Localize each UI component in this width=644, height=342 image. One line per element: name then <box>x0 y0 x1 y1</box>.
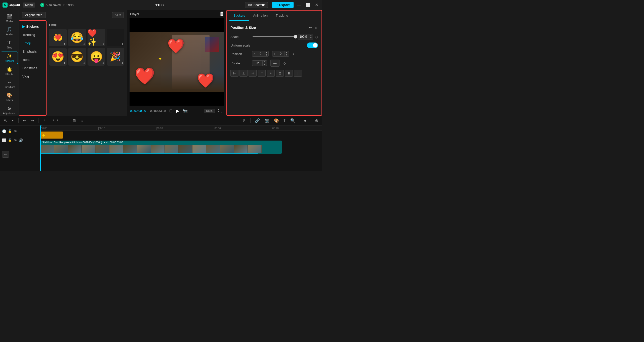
scale-slider[interactable] <box>253 36 296 37</box>
zoom-fit-button[interactable]: ⊕ <box>314 117 319 124</box>
y-down[interactable]: ▼ <box>285 54 289 56</box>
download-icon-3[interactable]: ⬇ <box>102 42 104 45</box>
player-menu-button[interactable]: ≡ <box>220 12 223 16</box>
zoom-out-button[interactable]: 🔍 <box>289 117 297 124</box>
align-top[interactable]: ⊤ <box>258 70 266 77</box>
close-button[interactable]: ✕ <box>314 2 319 8</box>
download-icon-5[interactable]: ⬇ <box>64 62 66 65</box>
align-left[interactable]: ⊢ <box>230 70 238 77</box>
tab-stickers[interactable]: Stickers <box>229 11 249 21</box>
video-clip[interactable]: Stabilize Stabilize pexels-thirdman-5649… <box>40 141 282 154</box>
camera-button[interactable]: 📷 <box>263 117 271 124</box>
trim-tool[interactable]: ⋮⋮ <box>50 117 61 124</box>
download-icon-6[interactable]: ⬇ <box>83 62 85 65</box>
category-emphasis[interactable]: Emphasis <box>19 47 46 56</box>
align-right[interactable]: ⊣ <box>249 70 257 77</box>
sticker-party[interactable]: 🎉 ⬇ <box>107 48 124 65</box>
split-tool[interactable]: ⋮ <box>42 117 48 124</box>
scale-value[interactable]: 100% <box>298 34 309 39</box>
fullscreen-button[interactable]: ⛶ <box>217 108 223 114</box>
edit-button[interactable]: ✏ <box>2 151 9 158</box>
sticker-clip[interactable]: ◆ <box>40 132 63 139</box>
undo-tl[interactable]: ↩ <box>22 117 27 124</box>
screenshot-button[interactable]: 📷 <box>181 108 189 114</box>
video-audio-icon[interactable]: 🔊 <box>19 138 23 142</box>
rotate-value[interactable]: 0° <box>252 61 262 66</box>
crop-tool[interactable]: ⋮ <box>63 117 69 124</box>
redo-tl[interactable]: ↪ <box>29 117 35 124</box>
sticker-tongue[interactable]: 😛 ⬇ <box>88 48 105 65</box>
export-button[interactable]: ↑ Export <box>272 2 294 8</box>
shortcut-button[interactable]: ⌨ Shortcut <box>245 2 268 8</box>
position-y-value[interactable]: 0 <box>277 51 285 56</box>
play-button[interactable]: ▶ <box>176 108 179 114</box>
sticker-hearts-sparkle[interactable]: ❤️✨ ⬇ <box>88 29 105 46</box>
sticker-sunglasses[interactable]: 😎 ⬇ <box>68 48 86 65</box>
scale-up[interactable]: ▲ <box>309 34 313 37</box>
undo-button[interactable]: ↩ <box>308 25 313 30</box>
scale-down[interactable]: ▼ <box>309 37 313 39</box>
rotate-flip[interactable]: — <box>270 60 279 67</box>
download-icon-1[interactable]: ⬇ <box>64 42 66 45</box>
ratio-button[interactable]: Ratio <box>204 109 215 113</box>
align-bottom[interactable]: ⊡ <box>276 70 284 77</box>
mic-button[interactable]: 🎙 <box>241 118 247 124</box>
x-up[interactable]: ▲ <box>264 51 268 54</box>
sticker-heart-hands[interactable]: 🤲 ❤️ ⬇ <box>49 29 67 46</box>
category-trending[interactable]: Trending <box>19 31 46 39</box>
tool-text[interactable]: T Text <box>1 38 18 51</box>
download-icon-2[interactable]: ⬇ <box>83 42 85 45</box>
align-center-h[interactable]: ⊥ <box>239 70 248 77</box>
position-x-value[interactable]: 0 <box>257 51 264 56</box>
tool-filters[interactable]: 🎨 Filters <box>1 91 18 103</box>
scale-slider-thumb[interactable] <box>294 35 297 38</box>
category-christmas[interactable]: Christmas <box>19 64 46 72</box>
text-tl-button[interactable]: T <box>282 118 287 124</box>
all-filter-button[interactable]: All ≡ <box>112 12 124 18</box>
video-eye-icon[interactable]: 👁 <box>14 138 17 142</box>
delete-tool[interactable]: 🗑 <box>71 118 78 124</box>
sticker-empty-4[interactable]: ⬇ <box>107 29 124 46</box>
track-clock-icon[interactable]: 🕐 <box>2 129 6 133</box>
category-vlog[interactable]: Vlog <box>19 72 46 80</box>
video-lock-icon[interactable]: 🔓 <box>8 138 12 142</box>
category-icons[interactable]: Icons <box>19 56 46 64</box>
minimize-button[interactable]: — <box>296 2 302 8</box>
tool-media[interactable]: 🎬 Media <box>1 12 18 24</box>
ai-generated-button[interactable]: AI generated <box>22 12 46 18</box>
tab-tracking[interactable]: Tracking <box>272 11 292 21</box>
track-eye-icon[interactable]: 👁 <box>14 129 17 133</box>
playhead[interactable] <box>40 125 41 171</box>
mirror-tool[interactable]: ↕ <box>80 118 84 124</box>
scale-keyframe[interactable]: ◇ <box>315 35 318 39</box>
tool-audio[interactable]: 🎵 Audio <box>1 25 18 37</box>
sticker-tl-button[interactable]: 🎨 <box>273 117 280 124</box>
category-stickers[interactable]: ▶Stickers <box>19 22 46 31</box>
sticker-heart-eyes[interactable]: 😍 ⬇ <box>49 48 67 65</box>
select-tool[interactable]: ↖ <box>3 117 8 124</box>
rotate-down[interactable]: ▼ <box>263 63 267 66</box>
align-distribute-v[interactable]: ⋮ <box>294 70 302 77</box>
rotate-up[interactable]: ▲ <box>263 61 267 63</box>
menu-button[interactable]: Menu <box>23 3 35 8</box>
rotate-keyframe[interactable]: ◇ <box>283 61 286 65</box>
download-icon-8[interactable]: ⬇ <box>121 62 123 65</box>
sticker-laugh-cry[interactable]: 😂 ⬇ <box>68 29 86 46</box>
download-icon-7[interactable]: ⬇ <box>102 62 104 65</box>
y-up[interactable]: ▲ <box>285 51 289 54</box>
link-button[interactable]: 🔗 <box>254 117 261 124</box>
maximize-button[interactable]: ⬜ <box>304 2 312 8</box>
position-keyframe[interactable]: ⟡ <box>293 52 295 56</box>
align-center-v[interactable]: + <box>267 70 275 77</box>
download-icon-4[interactable]: ⬇ <box>121 42 123 45</box>
category-emoji[interactable]: Emoji <box>19 39 46 47</box>
grid-view-button[interactable]: ⊞ <box>168 108 174 114</box>
zoom-slider[interactable]: —●— <box>299 118 312 124</box>
tab-animation[interactable]: Animation <box>249 11 272 21</box>
x-down[interactable]: ▼ <box>264 54 268 56</box>
tool-transitions[interactable]: ↔ Transitions <box>1 78 18 90</box>
tool-adjustment[interactable]: ⚙ Adjustment <box>1 104 18 116</box>
keyframe-button[interactable]: ◇ <box>314 25 318 30</box>
tool-stickers[interactable]: ✨ Stickers <box>1 52 18 64</box>
track-lock-icon[interactable]: 🔓 <box>8 129 12 133</box>
